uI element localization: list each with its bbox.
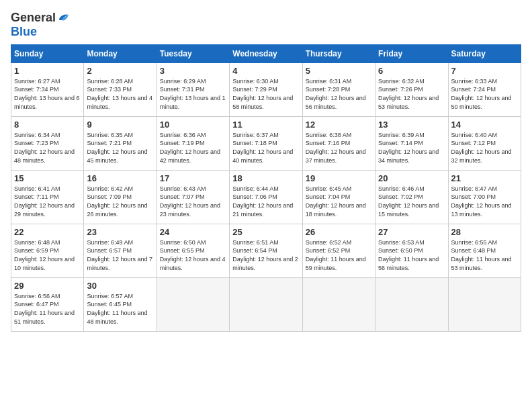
calendar-table: SundayMondayTuesdayWednesdayThursdayFrid… <box>11 44 521 332</box>
day-number: 2 <box>87 66 153 76</box>
day-info: Sunrise: 6:41 AM Sunset: 7:11 PM Dayligh… <box>14 185 81 218</box>
calendar-day: 7 Sunrise: 6:33 AM Sunset: 7:24 PM Dayli… <box>448 62 521 116</box>
calendar-day: 28 Sunrise: 6:55 AM Sunset: 6:48 PM Dayl… <box>448 224 521 277</box>
day-info: Sunrise: 6:48 AM Sunset: 6:59 PM Dayligh… <box>14 238 81 272</box>
calendar-day <box>448 277 521 331</box>
day-info: Sunrise: 6:34 AM Sunset: 7:23 PM Dayligh… <box>14 131 81 165</box>
calendar-day: 13 Sunrise: 6:39 AM Sunset: 7:14 PM Dayl… <box>375 116 448 170</box>
calendar-day: 21 Sunrise: 6:47 AM Sunset: 7:00 PM Dayl… <box>448 170 521 224</box>
calendar-day: 22 Sunrise: 6:48 AM Sunset: 6:59 PM Dayl… <box>11 224 84 277</box>
day-info: Sunrise: 6:56 AM Sunset: 6:47 PM Dayligh… <box>14 292 81 326</box>
day-info: Sunrise: 6:57 AM Sunset: 6:45 PM Dayligh… <box>87 292 153 326</box>
calendar-day: 10 Sunrise: 6:36 AM Sunset: 7:19 PM Dayl… <box>157 116 229 170</box>
logo: General Blue <box>11 11 72 39</box>
calendar-day: 14 Sunrise: 6:40 AM Sunset: 7:12 PM Dayl… <box>448 116 521 170</box>
day-info: Sunrise: 6:38 AM Sunset: 7:16 PM Dayligh… <box>306 131 372 165</box>
calendar-day <box>302 277 375 331</box>
calendar-day: 6 Sunrise: 6:32 AM Sunset: 7:26 PM Dayli… <box>375 62 448 116</box>
day-info: Sunrise: 6:53 AM Sunset: 6:50 PM Dayligh… <box>378 238 445 272</box>
calendar-day: 4 Sunrise: 6:30 AM Sunset: 7:29 PM Dayli… <box>230 62 302 116</box>
day-info: Sunrise: 6:35 AM Sunset: 7:21 PM Dayligh… <box>87 131 153 165</box>
calendar-day: 24 Sunrise: 6:50 AM Sunset: 6:55 PM Dayl… <box>157 224 229 277</box>
calendar-week-row: 15 Sunrise: 6:41 AM Sunset: 7:11 PM Dayl… <box>11 170 521 224</box>
calendar-day: 3 Sunrise: 6:29 AM Sunset: 7:31 PM Dayli… <box>157 62 229 116</box>
day-info: Sunrise: 6:51 AM Sunset: 6:54 PM Dayligh… <box>232 238 299 272</box>
day-number: 18 <box>232 173 299 183</box>
day-info: Sunrise: 6:43 AM Sunset: 7:07 PM Dayligh… <box>160 185 226 218</box>
day-number: 12 <box>306 120 372 130</box>
calendar-day: 5 Sunrise: 6:31 AM Sunset: 7:28 PM Dayli… <box>302 62 375 116</box>
logo-text: General Blue <box>11 11 72 39</box>
calendar-day: 20 Sunrise: 6:46 AM Sunset: 7:02 PM Dayl… <box>375 170 448 224</box>
day-number: 13 <box>378 120 445 130</box>
day-number: 27 <box>378 227 445 237</box>
logo-general: General <box>11 11 56 24</box>
day-number: 19 <box>306 173 372 183</box>
day-info: Sunrise: 6:33 AM Sunset: 7:24 PM Dayligh… <box>451 77 518 111</box>
day-number: 17 <box>160 173 226 183</box>
day-info: Sunrise: 6:36 AM Sunset: 7:19 PM Dayligh… <box>160 131 226 165</box>
day-info: Sunrise: 6:42 AM Sunset: 7:09 PM Dayligh… <box>87 185 153 218</box>
day-number: 10 <box>160 120 226 130</box>
calendar-day: 19 Sunrise: 6:45 AM Sunset: 7:04 PM Dayl… <box>302 170 375 224</box>
day-info: Sunrise: 6:46 AM Sunset: 7:02 PM Dayligh… <box>378 185 445 218</box>
day-number: 5 <box>306 66 372 76</box>
logo-blue: Blue <box>11 25 37 38</box>
day-number: 23 <box>87 227 153 237</box>
calendar-day: 23 Sunrise: 6:49 AM Sunset: 6:57 PM Dayl… <box>84 224 157 277</box>
calendar-day <box>230 277 302 331</box>
day-header-friday: Friday <box>375 44 448 62</box>
calendar-day: 12 Sunrise: 6:38 AM Sunset: 7:16 PM Dayl… <box>302 116 375 170</box>
day-info: Sunrise: 6:47 AM Sunset: 7:00 PM Dayligh… <box>451 185 518 218</box>
day-header-thursday: Thursday <box>302 44 375 62</box>
day-info: Sunrise: 6:39 AM Sunset: 7:14 PM Dayligh… <box>378 131 445 165</box>
day-header-sunday: Sunday <box>11 44 84 62</box>
day-number: 7 <box>451 66 518 76</box>
day-number: 6 <box>378 66 445 76</box>
day-header-wednesday: Wednesday <box>230 44 302 62</box>
day-number: 22 <box>14 227 81 237</box>
day-header-saturday: Saturday <box>448 44 521 62</box>
calendar-day: 11 Sunrise: 6:37 AM Sunset: 7:18 PM Dayl… <box>230 116 302 170</box>
day-info: Sunrise: 6:31 AM Sunset: 7:28 PM Dayligh… <box>306 77 372 111</box>
day-info: Sunrise: 6:55 AM Sunset: 6:48 PM Dayligh… <box>451 238 518 272</box>
day-info: Sunrise: 6:44 AM Sunset: 7:06 PM Dayligh… <box>232 185 299 218</box>
day-number: 20 <box>378 173 445 183</box>
calendar-week-row: 8 Sunrise: 6:34 AM Sunset: 7:23 PM Dayli… <box>11 116 521 170</box>
day-number: 26 <box>306 227 372 237</box>
calendar-day: 1 Sunrise: 6:27 AM Sunset: 7:34 PM Dayli… <box>11 62 84 116</box>
calendar-week-row: 29 Sunrise: 6:56 AM Sunset: 6:47 PM Dayl… <box>11 277 521 331</box>
calendar-day: 15 Sunrise: 6:41 AM Sunset: 7:11 PM Dayl… <box>11 170 84 224</box>
day-number: 3 <box>160 66 226 76</box>
calendar-week-row: 22 Sunrise: 6:48 AM Sunset: 6:59 PM Dayl… <box>11 224 521 277</box>
day-info: Sunrise: 6:32 AM Sunset: 7:26 PM Dayligh… <box>378 77 445 111</box>
day-info: Sunrise: 6:28 AM Sunset: 7:33 PM Dayligh… <box>87 77 153 111</box>
day-info: Sunrise: 6:27 AM Sunset: 7:34 PM Dayligh… <box>14 77 81 111</box>
day-number: 1 <box>14 66 81 76</box>
day-number: 11 <box>232 120 299 130</box>
day-number: 8 <box>14 120 81 130</box>
calendar-day <box>157 277 229 331</box>
calendar-day: 26 Sunrise: 6:52 AM Sunset: 6:52 PM Dayl… <box>302 224 375 277</box>
day-info: Sunrise: 6:45 AM Sunset: 7:04 PM Dayligh… <box>306 185 372 218</box>
day-number: 4 <box>232 66 299 76</box>
calendar-day: 16 Sunrise: 6:42 AM Sunset: 7:09 PM Dayl… <box>84 170 157 224</box>
day-number: 21 <box>451 173 518 183</box>
day-info: Sunrise: 6:50 AM Sunset: 6:55 PM Dayligh… <box>160 238 226 272</box>
day-number: 16 <box>87 173 153 183</box>
day-info: Sunrise: 6:29 AM Sunset: 7:31 PM Dayligh… <box>160 77 226 111</box>
calendar-day: 25 Sunrise: 6:51 AM Sunset: 6:54 PM Dayl… <box>230 224 302 277</box>
day-number: 14 <box>451 120 518 130</box>
day-info: Sunrise: 6:52 AM Sunset: 6:52 PM Dayligh… <box>306 238 372 272</box>
day-number: 25 <box>232 227 299 237</box>
day-header-monday: Monday <box>84 44 157 62</box>
day-number: 28 <box>451 227 518 237</box>
day-info: Sunrise: 6:40 AM Sunset: 7:12 PM Dayligh… <box>451 131 518 165</box>
day-number: 24 <box>160 227 226 237</box>
day-info: Sunrise: 6:30 AM Sunset: 7:29 PM Dayligh… <box>232 77 299 111</box>
day-number: 29 <box>14 281 81 291</box>
day-header-tuesday: Tuesday <box>157 44 229 62</box>
days-header-row: SundayMondayTuesdayWednesdayThursdayFrid… <box>11 44 521 62</box>
calendar-day: 8 Sunrise: 6:34 AM Sunset: 7:23 PM Dayli… <box>11 116 84 170</box>
day-info: Sunrise: 6:49 AM Sunset: 6:57 PM Dayligh… <box>87 238 153 272</box>
